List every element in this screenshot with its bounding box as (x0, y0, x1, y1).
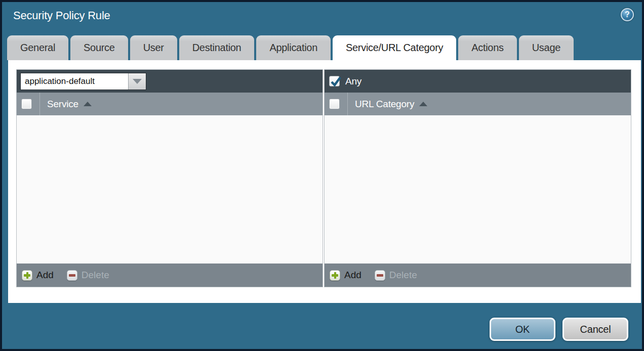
url-category-delete-button[interactable]: Delete (375, 270, 417, 281)
tab-service-url-category[interactable]: Service/URL Category (333, 35, 456, 60)
add-label: Add (344, 270, 361, 281)
tab-general[interactable]: General (7, 35, 68, 60)
checkmark-icon (330, 75, 342, 88)
service-column-header-row: Service (17, 93, 323, 115)
service-panel: Service Add Delete (16, 69, 323, 287)
minus-icon (67, 270, 77, 281)
delete-label: Delete (389, 270, 417, 281)
help-icon[interactable]: ? (621, 8, 634, 21)
delete-label: Delete (82, 270, 109, 281)
service-column-header[interactable]: Service (47, 99, 78, 110)
chevron-down-icon (133, 79, 142, 84)
security-policy-rule-dialog: Security Policy Rule ? General Source Us… (0, 0, 644, 351)
tab-usage[interactable]: Usage (519, 35, 574, 60)
tab-content-area: Service Add Delete (8, 60, 641, 303)
service-add-button[interactable]: Add (22, 270, 54, 281)
tab-actions[interactable]: Actions (458, 35, 517, 60)
dialog-title: Security Policy Rule (13, 9, 110, 22)
tab-destination[interactable]: Destination (179, 35, 255, 60)
plus-icon (22, 270, 32, 281)
service-toolbar (17, 70, 323, 93)
tab-source[interactable]: Source (70, 35, 128, 60)
url-category-footer: Add Delete (325, 264, 631, 287)
url-category-checkbox-cell (325, 93, 347, 115)
tab-user[interactable]: User (130, 35, 177, 60)
url-category-toolbar: Any (325, 70, 631, 93)
column-divider (39, 93, 40, 115)
any-checkbox[interactable] (329, 76, 340, 86)
service-select-all-checkbox[interactable] (21, 99, 32, 109)
url-category-panel: Any URL Category Add Delete (324, 69, 631, 287)
tab-strip: General Source User Destination Applicat… (7, 35, 574, 60)
plus-icon (330, 270, 340, 281)
tab-application[interactable]: Application (256, 35, 331, 60)
ok-button[interactable]: OK (490, 318, 555, 341)
service-type-dropdown-button[interactable] (128, 73, 146, 90)
cancel-button[interactable]: Cancel (562, 318, 628, 341)
add-label: Add (36, 270, 54, 281)
any-label: Any (345, 76, 361, 87)
column-divider (347, 93, 348, 115)
any-row: Any (328, 76, 361, 87)
service-type-dropdown (20, 73, 146, 90)
url-category-add-button[interactable]: Add (330, 270, 361, 281)
url-category-column-header-row: URL Category (325, 93, 631, 115)
sort-ascending-icon[interactable] (419, 102, 427, 106)
help-glyph: ? (625, 10, 630, 19)
minus-icon (375, 270, 385, 281)
url-category-select-all-checkbox[interactable] (329, 99, 340, 109)
service-list-body (17, 115, 323, 264)
url-category-column-header[interactable]: URL Category (355, 99, 414, 110)
service-delete-button[interactable]: Delete (67, 270, 109, 281)
service-type-input[interactable] (21, 73, 128, 90)
service-checkbox-cell (17, 93, 39, 115)
url-category-list-body (325, 115, 631, 264)
sort-ascending-icon[interactable] (84, 102, 92, 106)
service-footer: Add Delete (17, 264, 323, 287)
